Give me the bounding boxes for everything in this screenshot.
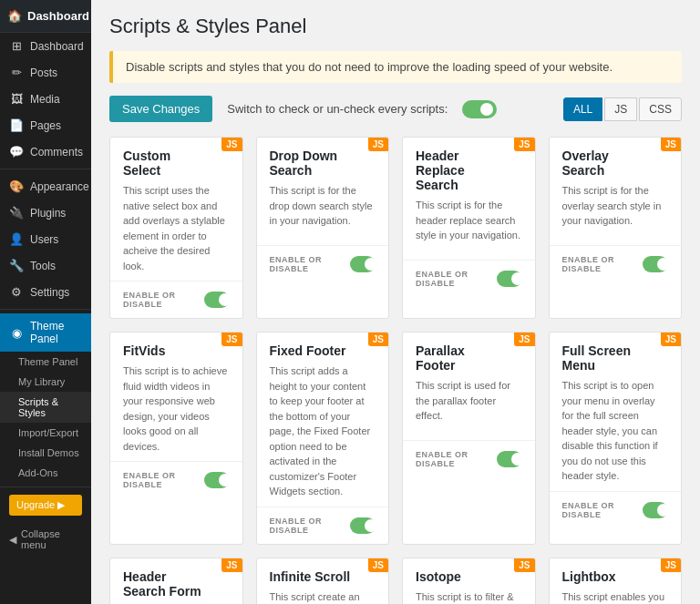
sidebar-item-media[interactable]: 🖼 Media [0, 86, 91, 112]
comments-icon: 💬 [9, 145, 24, 159]
sidebar-item-label: Theme Panel [30, 320, 82, 345]
sidebar-item-label: Media [30, 93, 60, 106]
card-title: Isotope [416, 569, 522, 584]
collapse-label: Collapse menu [21, 528, 82, 550]
sidebar-item-label: Plugins [30, 207, 66, 220]
collapse-menu-button[interactable]: ◀ Collapse menu [0, 523, 91, 556]
sidebar-item-comments[interactable]: 💬 Comments [0, 138, 91, 165]
sidebar-item-settings[interactable]: ⚙ Settings [0, 279, 91, 305]
sidebar-item-plugins[interactable]: 🔌 Plugins [0, 200, 91, 226]
card-desc: This script is to filter & sort layouts,… [416, 589, 522, 605]
card-header: JS Full Screen Menu This script is to op… [550, 333, 682, 491]
card-toggle[interactable] [350, 256, 376, 272]
card-desc: This script is for the overlay search st… [562, 183, 669, 238]
card-badge: JS [368, 558, 388, 572]
filter-js-button[interactable]: JS [604, 97, 637, 121]
card-toggle[interactable] [204, 292, 230, 308]
card-badge: JS [661, 558, 681, 572]
card-toggle[interactable] [497, 451, 522, 467]
sidebar-item-appearance[interactable]: 🎨 Appearance [0, 173, 91, 200]
notice-text: Disable scripts and styles that you do n… [126, 60, 612, 74]
global-toggle[interactable] [462, 100, 497, 118]
enable-label: ENABLE OR DISABLE [270, 255, 351, 273]
card-toggle[interactable] [643, 256, 668, 272]
filter-group: ALL JS CSS [563, 97, 682, 121]
sidebar-item-label: Settings [30, 286, 69, 299]
plugins-icon: 🔌 [9, 206, 24, 220]
toolbar: Save Changes Switch to check or un-check… [109, 96, 682, 122]
enable-label: ENABLE OR DISABLE [416, 450, 497, 468]
media-icon: 🖼 [9, 92, 24, 106]
card-header: JS Lightbox This script enables you to o… [550, 558, 682, 605]
enable-label: ENABLE OR DISABLE [562, 501, 643, 519]
script-card-custom-select: JS Custom Select This script uses the na… [109, 137, 243, 319]
filter-css-button[interactable]: CSS [639, 97, 682, 121]
card-toggle[interactable] [497, 271, 522, 287]
card-badge: JS [514, 138, 534, 151]
sidebar-item-posts[interactable]: ✏ Posts [0, 59, 91, 86]
card-header: JS Custom Select This script uses the na… [110, 138, 242, 281]
sidebar-item-tools[interactable]: 🔧 Tools [0, 252, 91, 279]
global-toggle-track[interactable] [462, 100, 497, 118]
sidebar-item-label: Pages [30, 119, 61, 132]
sidebar-sub-theme-panel[interactable]: Theme Panel [0, 352, 91, 372]
sidebar-item-label: Dashboard [30, 40, 84, 53]
card-header: JS Drop Down Search This script is for t… [257, 138, 389, 245]
card-title: Lightbox [562, 569, 669, 584]
card-header: JS Header Search Form This script is to … [110, 558, 242, 605]
card-badge: JS [368, 138, 388, 151]
sidebar-sub-my-library[interactable]: My Library [0, 372, 91, 392]
dashboard-icon: 🏠 [7, 9, 22, 23]
card-desc: This script is used for the parallax foo… [416, 378, 522, 433]
sidebar-logo[interactable]: 🏠 Dashboard [0, 0, 91, 33]
sidebar-logo-label: Dashboard [27, 9, 89, 23]
script-card-header-search-form: JS Header Search Form This script is to … [109, 558, 243, 605]
card-header: JS Header Replace Search This script is … [403, 138, 535, 260]
script-card-parallax-footer: JS Parallax Footer This script is used f… [402, 332, 536, 545]
dashboard-nav-icon: ⊞ [9, 39, 24, 53]
sidebar-item-users[interactable]: 👤 Users [0, 226, 91, 252]
card-header: JS Parallax Footer This script is used f… [403, 333, 535, 440]
card-title: FitVids [123, 343, 230, 358]
posts-icon: ✏ [9, 66, 24, 79]
script-card-full-screen-menu: JS Full Screen Menu This script is to op… [549, 332, 683, 545]
notice-banner: Disable scripts and styles that you do n… [109, 51, 682, 83]
sidebar-divider-1 [0, 169, 91, 169]
card-header: JS Infinite Scroll This script create an… [257, 558, 389, 605]
script-card-infinite-scroll: JS Infinite Scroll This script create an… [256, 558, 390, 605]
card-title: Header Replace Search [416, 148, 522, 192]
card-footer: ENABLE OR DISABLE [110, 461, 242, 498]
sidebar-item-pages[interactable]: 📄 Pages [0, 112, 91, 138]
appearance-icon: 🎨 [9, 179, 24, 193]
card-title: Infinite Scroll [270, 569, 376, 584]
sidebar-sub-install-demos[interactable]: Install Demos [0, 443, 91, 463]
card-header: JS Fixed Footer This script adds a heigh… [257, 333, 389, 507]
card-badge: JS [514, 558, 534, 572]
main-content: Scripts & Styles Panel Disable scripts a… [91, 0, 700, 604]
script-card-fixed-footer: JS Fixed Footer This script adds a heigh… [256, 332, 390, 545]
upgrade-button[interactable]: Upgrade ▶ [9, 495, 82, 516]
sidebar-item-dashboard[interactable]: ⊞ Dashboard [0, 33, 91, 59]
toolbar-label: Switch to check or un-check every script… [227, 102, 448, 116]
card-desc: This script is for the drop down search … [270, 183, 376, 238]
filter-all-button[interactable]: ALL [563, 97, 602, 121]
card-badge: JS [221, 558, 242, 572]
enable-label: ENABLE OR DISABLE [562, 255, 643, 273]
collapse-icon: ◀ [9, 534, 16, 546]
card-title: Parallax Footer [416, 343, 522, 373]
sidebar-item-theme-panel[interactable]: ◉ Theme Panel [0, 313, 91, 352]
card-toggle[interactable] [643, 502, 668, 518]
sidebar-sub-import-export[interactable]: Import/Export [0, 423, 91, 443]
enable-label: ENABLE OR DISABLE [416, 270, 497, 288]
card-toggle[interactable] [204, 472, 230, 488]
card-toggle[interactable] [350, 517, 376, 534]
sidebar-sub-scripts-styles[interactable]: Scripts & Styles [0, 392, 91, 423]
card-badge: JS [221, 138, 242, 151]
theme-panel-icon: ◉ [9, 326, 24, 340]
sidebar-sub-add-ons[interactable]: Add-Ons [0, 463, 91, 483]
enable-label: ENABLE OR DISABLE [123, 291, 204, 309]
sidebar-divider-3 [0, 486, 91, 487]
save-changes-button[interactable]: Save Changes [109, 96, 212, 122]
card-footer: ENABLE OR DISABLE [403, 260, 535, 297]
card-footer: ENABLE OR DISABLE [403, 440, 535, 477]
